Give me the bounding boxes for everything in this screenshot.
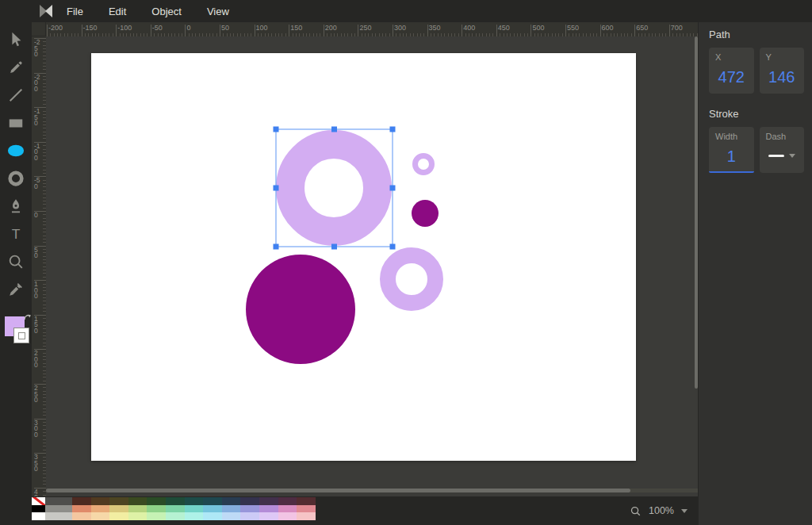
palette-swatch[interactable] (203, 497, 222, 505)
path-x-value: 472 (709, 68, 754, 86)
selection-handle[interactable] (331, 244, 337, 250)
palette-swatch[interactable] (259, 505, 278, 513)
palette-swatch[interactable] (109, 497, 128, 505)
selection-handle[interactable] (274, 244, 279, 250)
palette-swatch[interactable] (32, 512, 45, 520)
palette-swatch[interactable] (72, 512, 91, 520)
palette-swatch[interactable] (240, 512, 259, 520)
palette-swatch[interactable] (203, 505, 222, 513)
palette-swatch[interactable] (45, 497, 72, 505)
palette-swatch[interactable] (45, 512, 72, 520)
palette-swatch[interactable] (166, 505, 185, 513)
rectangle-tool[interactable] (6, 114, 25, 132)
palette-swatch[interactable] (203, 512, 222, 520)
h-ruler-label: 550 (567, 24, 579, 32)
selection-handle[interactable] (331, 127, 337, 132)
menu-items: File Edit Object View (67, 6, 229, 17)
stroke-width-field[interactable]: Width 1 (709, 127, 754, 173)
ellipse-tool[interactable] (6, 142, 25, 159)
palette-swatch[interactable] (278, 505, 297, 513)
ring-tool[interactable] (6, 170, 25, 187)
path-x-field[interactable]: X 472 (709, 48, 754, 94)
palette-swatch[interactable] (240, 505, 259, 513)
h-scrollbar-thumb[interactable] (46, 489, 630, 492)
shape-small-ring[interactable] (416, 156, 432, 173)
palette-swatch[interactable] (222, 512, 241, 520)
palette-swatch[interactable] (297, 505, 316, 513)
menu-object[interactable]: Object (151, 6, 182, 17)
palette-swatch[interactable] (278, 497, 297, 505)
v-ruler-label: -150 (34, 109, 41, 127)
stroke-color-swatch[interactable] (13, 328, 29, 343)
palette-swatch[interactable] (91, 512, 110, 520)
palette-column (222, 497, 241, 520)
palette-swatch[interactable] (185, 497, 204, 505)
palette-swatch[interactable] (32, 505, 45, 513)
swap-colors-icon[interactable] (24, 310, 32, 324)
selection-handle[interactable] (274, 127, 279, 132)
palette-swatch[interactable] (259, 512, 278, 520)
shape-large-circle[interactable] (246, 255, 355, 364)
selection-handle[interactable] (274, 186, 279, 191)
palette-column (240, 497, 259, 520)
stroke-width-label: Width (715, 132, 737, 141)
path-y-label: Y (766, 52, 772, 62)
pen-tool[interactable] (6, 197, 25, 215)
palette-swatch[interactable] (297, 497, 316, 505)
palette-swatch[interactable] (297, 512, 316, 520)
palette-swatch[interactable] (185, 505, 204, 513)
h-ruler-label: -50 (152, 24, 163, 32)
menu-view[interactable]: View (207, 6, 229, 17)
shape-small-circle[interactable] (412, 200, 439, 227)
palette-swatch[interactable] (128, 512, 147, 520)
palette-column (185, 497, 204, 520)
palette-swatch[interactable] (109, 505, 128, 513)
palette-swatch[interactable] (147, 497, 166, 505)
line-tool[interactable] (6, 86, 25, 104)
shape-large-ring[interactable] (290, 144, 377, 232)
h-ruler-tick (600, 25, 601, 36)
eyedropper-tool[interactable] (6, 281, 25, 298)
zoom-tool[interactable] (6, 253, 25, 270)
v-ruler: -250-200-150-100-50050100150200250300350… (32, 36, 46, 496)
selection-handle[interactable] (390, 244, 396, 250)
shape-medium-ring[interactable] (388, 255, 435, 303)
canvas-viewport[interactable] (46, 36, 698, 496)
palette-swatch[interactable] (166, 512, 185, 520)
palette-swatch[interactable] (222, 497, 241, 505)
palette-swatch[interactable] (259, 497, 278, 505)
h-ruler-label: 650 (636, 24, 648, 32)
text-tool[interactable]: T (6, 225, 25, 243)
dash-preview-icon (768, 155, 784, 157)
selection-handle[interactable] (390, 186, 396, 191)
zoom-control[interactable]: 100% (630, 496, 688, 525)
path-y-field[interactable]: Y 146 (760, 48, 805, 94)
palette-swatch[interactable] (222, 505, 241, 513)
palette-swatch[interactable] (91, 505, 110, 513)
palette-swatch[interactable] (45, 505, 72, 513)
stroke-dash-dropdown[interactable]: Dash (760, 127, 805, 173)
palette-swatch[interactable] (109, 512, 128, 520)
palette-swatch[interactable] (185, 512, 204, 520)
palette-swatch[interactable] (240, 497, 259, 505)
palette-swatch[interactable] (147, 512, 166, 520)
palette-swatch[interactable] (128, 497, 147, 505)
palette-swatch[interactable] (128, 505, 147, 513)
palette-swatch[interactable] (147, 505, 166, 513)
palette-swatch[interactable] (72, 505, 91, 513)
h-ruler-tick (324, 25, 324, 36)
palette-swatch[interactable] (32, 497, 45, 505)
select-tool[interactable] (6, 31, 25, 48)
menu-file[interactable]: File (67, 6, 83, 17)
palette-column (259, 497, 278, 520)
palette-swatch[interactable] (166, 497, 185, 505)
v-ruler-label: 0 (34, 213, 41, 219)
selection-handle[interactable] (390, 127, 396, 132)
stroke-swatch-inner (18, 332, 25, 339)
palette-swatch[interactable] (278, 512, 297, 520)
menu-edit[interactable]: Edit (109, 6, 126, 17)
palette-swatch[interactable] (91, 497, 110, 505)
v-ruler-label: 200 (34, 351, 41, 369)
pencil-tool[interactable] (6, 59, 25, 76)
palette-swatch[interactable] (72, 497, 91, 505)
